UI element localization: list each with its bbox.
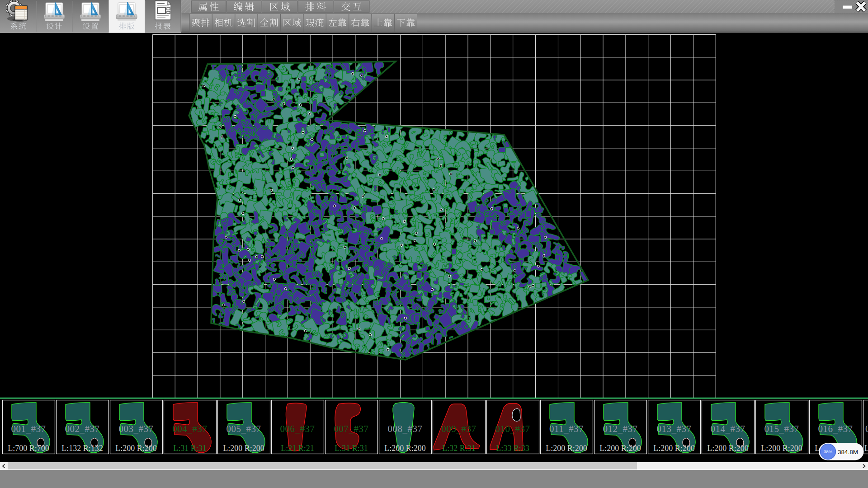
- svg-text:010_#37: 010_#37: [495, 423, 530, 434]
- svg-text:L:31 R:31: L:31 R:31: [173, 444, 207, 453]
- svg-text:003_#37: 003_#37: [119, 423, 154, 434]
- svg-text:009_#37: 009_#37: [442, 423, 476, 434]
- svg-text:L:132 R:132: L:132 R:132: [61, 444, 103, 453]
- svg-text:L:200 R:200: L:200 R:200: [707, 444, 749, 453]
- svg-text:38%: 38%: [824, 449, 833, 454]
- svg-text:L:200 R:200: L:200 R:200: [384, 444, 426, 453]
- svg-text:007_#37: 007_#37: [334, 423, 369, 434]
- svg-text:L:200 R:200: L:200 R:200: [653, 444, 695, 453]
- svg-text:016_#37: 016_#37: [818, 423, 853, 434]
- svg-text:013_#37: 013_#37: [657, 423, 692, 434]
- svg-text:005_#37: 005_#37: [226, 423, 261, 434]
- svg-text:004_#37: 004_#37: [173, 423, 208, 434]
- svg-text:002_#37: 002_#37: [65, 423, 100, 434]
- svg-text:014_#37: 014_#37: [711, 423, 745, 434]
- svg-text:L:200 R:200: L:200 R:200: [223, 444, 264, 453]
- svg-text:L:32 R:31: L:32 R:31: [442, 444, 476, 453]
- svg-text:012_#37: 012_#37: [603, 423, 638, 434]
- svg-text:L:200 R:200: L:200 R:200: [546, 444, 587, 453]
- svg-text:001_#37: 001_#37: [11, 423, 46, 434]
- svg-text:015_#37: 015_#37: [764, 423, 799, 434]
- svg-text:384.8M: 384.8M: [838, 449, 858, 455]
- svg-text:L:21 R:21: L:21 R:21: [281, 444, 314, 453]
- svg-text:L:700 R:700: L:700 R:700: [8, 444, 49, 453]
- svg-text:L:33 R:33: L:33 R:33: [496, 444, 529, 453]
- svg-text:008_#37: 008_#37: [388, 423, 423, 434]
- svg-text:L:31 R:31: L:31 R:31: [335, 444, 368, 453]
- svg-text:011_#37: 011_#37: [549, 423, 584, 434]
- svg-text:L:200 R:200: L:200 R:200: [761, 444, 802, 453]
- svg-text:0: 0: [865, 423, 868, 434]
- svg-text:L:: L:: [864, 444, 868, 453]
- svg-text:L:200 R:200: L:200 R:200: [599, 444, 641, 453]
- svg-text:L:200 R:200: L:200 R:200: [115, 444, 157, 453]
- svg-text:006_#37: 006_#37: [280, 423, 315, 434]
